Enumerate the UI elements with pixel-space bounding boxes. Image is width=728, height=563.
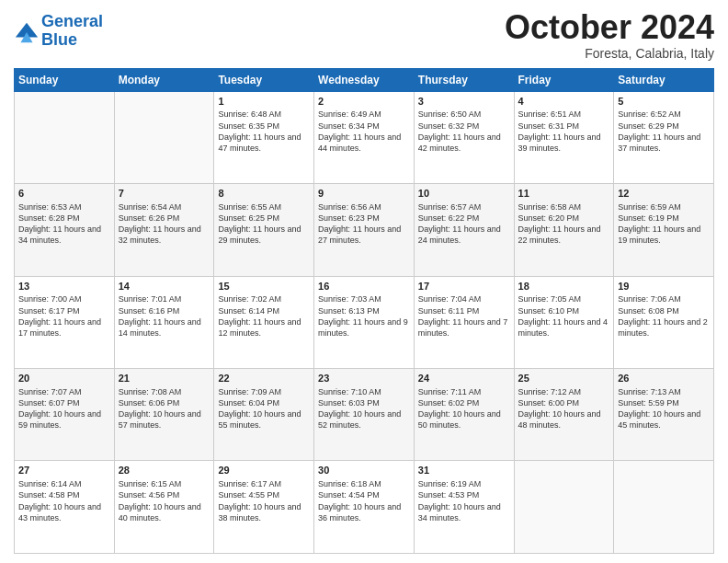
day-number: 13	[18, 280, 110, 293]
day-number: 16	[318, 280, 410, 293]
day-number: 8	[218, 187, 310, 201]
day-info: Sunrise: 6:59 AMSunset: 6:19 PMDaylight:…	[618, 201, 710, 247]
day-number: 15	[218, 280, 310, 293]
day-info: Sunrise: 6:17 AMSunset: 4:55 PMDaylight:…	[218, 478, 310, 523]
day-info: Sunrise: 7:11 AMSunset: 6:02 PMDaylight:…	[418, 386, 510, 431]
calendar-week-row-1: 1Sunrise: 6:48 AMSunset: 6:35 PMDaylight…	[15, 91, 714, 183]
calendar-cell: 23Sunrise: 7:10 AMSunset: 6:03 PMDayligh…	[314, 369, 415, 461]
calendar-cell	[614, 461, 714, 554]
col-friday: Friday	[514, 68, 614, 91]
calendar-cell	[114, 91, 214, 183]
calendar-cell: 27Sunrise: 6:14 AMSunset: 4:58 PMDayligh…	[15, 461, 115, 554]
day-number: 10	[418, 187, 510, 201]
calendar-cell: 8Sunrise: 6:55 AMSunset: 6:25 PMDaylight…	[214, 184, 314, 276]
col-monday: Monday	[114, 68, 214, 91]
calendar-cell: 11Sunrise: 6:58 AMSunset: 6:20 PMDayligh…	[514, 184, 614, 276]
day-info: Sunrise: 7:05 AMSunset: 6:10 PMDaylight:…	[518, 293, 610, 339]
page: General Blue October 2024 Foresta, Calab…	[0, 0, 728, 563]
day-number: 27	[18, 464, 110, 477]
day-number: 28	[119, 464, 210, 477]
day-info: Sunrise: 6:48 AMSunset: 6:35 PMDaylight:…	[218, 109, 310, 154]
day-info: Sunrise: 7:06 AMSunset: 6:08 PMDaylight:…	[618, 293, 710, 339]
logo-text: General Blue	[41, 13, 103, 50]
day-number: 25	[518, 372, 610, 385]
day-info: Sunrise: 6:54 AMSunset: 6:26 PMDaylight:…	[119, 201, 210, 247]
day-info: Sunrise: 6:15 AMSunset: 4:56 PMDaylight:…	[119, 478, 210, 523]
calendar-cell: 22Sunrise: 7:09 AMSunset: 6:04 PMDayligh…	[214, 369, 314, 461]
day-info: Sunrise: 7:01 AMSunset: 6:16 PMDaylight:…	[119, 293, 210, 339]
day-info: Sunrise: 6:57 AMSunset: 6:22 PMDaylight:…	[418, 201, 510, 247]
day-number: 11	[518, 187, 610, 201]
day-number: 4	[518, 95, 610, 109]
calendar-header-row: Sunday Monday Tuesday Wednesday Thursday…	[15, 68, 714, 91]
calendar-cell: 13Sunrise: 7:00 AMSunset: 6:17 PMDayligh…	[15, 276, 115, 368]
calendar-cell: 24Sunrise: 7:11 AMSunset: 6:02 PMDayligh…	[414, 369, 514, 461]
day-info: Sunrise: 7:09 AMSunset: 6:04 PMDaylight:…	[218, 386, 310, 431]
day-info: Sunrise: 6:19 AMSunset: 4:53 PMDaylight:…	[418, 478, 510, 523]
day-info: Sunrise: 6:51 AMSunset: 6:31 PMDaylight:…	[518, 109, 610, 154]
calendar-cell: 20Sunrise: 7:07 AMSunset: 6:07 PMDayligh…	[15, 369, 115, 461]
logo: General Blue	[14, 13, 103, 50]
day-info: Sunrise: 6:56 AMSunset: 6:23 PMDaylight:…	[318, 201, 410, 247]
calendar-cell: 15Sunrise: 7:02 AMSunset: 6:14 PMDayligh…	[214, 276, 314, 368]
calendar-cell: 31Sunrise: 6:19 AMSunset: 4:53 PMDayligh…	[414, 461, 514, 554]
calendar-cell	[514, 461, 614, 554]
day-info: Sunrise: 7:03 AMSunset: 6:13 PMDaylight:…	[318, 293, 410, 339]
calendar-cell	[15, 91, 115, 183]
calendar-cell: 16Sunrise: 7:03 AMSunset: 6:13 PMDayligh…	[314, 276, 415, 368]
logo-icon	[14, 18, 40, 44]
calendar-cell: 5Sunrise: 6:52 AMSunset: 6:29 PMDaylight…	[614, 91, 714, 183]
day-number: 21	[119, 372, 210, 385]
calendar-table: Sunday Monday Tuesday Wednesday Thursday…	[14, 68, 714, 554]
day-number: 12	[618, 187, 710, 201]
col-wednesday: Wednesday	[314, 68, 415, 91]
day-info: Sunrise: 7:04 AMSunset: 6:11 PMDaylight:…	[418, 293, 510, 339]
calendar-cell: 29Sunrise: 6:17 AMSunset: 4:55 PMDayligh…	[214, 461, 314, 554]
calendar-cell: 18Sunrise: 7:05 AMSunset: 6:10 PMDayligh…	[514, 276, 614, 368]
day-info: Sunrise: 6:50 AMSunset: 6:32 PMDaylight:…	[418, 109, 510, 154]
calendar-cell: 17Sunrise: 7:04 AMSunset: 6:11 PMDayligh…	[414, 276, 514, 368]
day-number: 19	[618, 280, 710, 293]
day-number: 24	[418, 372, 510, 385]
day-info: Sunrise: 7:02 AMSunset: 6:14 PMDaylight:…	[218, 293, 310, 339]
calendar-cell: 21Sunrise: 7:08 AMSunset: 6:06 PMDayligh…	[114, 369, 214, 461]
calendar-cell: 6Sunrise: 6:53 AMSunset: 6:28 PMDaylight…	[15, 184, 115, 276]
day-info: Sunrise: 6:14 AMSunset: 4:58 PMDaylight:…	[18, 478, 110, 523]
calendar-week-row-4: 20Sunrise: 7:07 AMSunset: 6:07 PMDayligh…	[15, 369, 714, 461]
month-title: October 2024	[505, 9, 714, 46]
calendar-cell: 28Sunrise: 6:15 AMSunset: 4:56 PMDayligh…	[114, 461, 214, 554]
day-number: 23	[318, 372, 410, 385]
day-info: Sunrise: 7:10 AMSunset: 6:03 PMDaylight:…	[318, 386, 410, 431]
calendar-week-row-2: 6Sunrise: 6:53 AMSunset: 6:28 PMDaylight…	[15, 184, 714, 276]
day-number: 14	[119, 280, 210, 293]
day-number: 18	[518, 280, 610, 293]
calendar-cell: 25Sunrise: 7:12 AMSunset: 6:00 PMDayligh…	[514, 369, 614, 461]
day-info: Sunrise: 7:07 AMSunset: 6:07 PMDaylight:…	[18, 386, 110, 431]
day-number: 26	[618, 372, 710, 385]
calendar-cell: 2Sunrise: 6:49 AMSunset: 6:34 PMDaylight…	[314, 91, 415, 183]
header: General Blue October 2024 Foresta, Calab…	[14, 9, 714, 61]
calendar-cell: 19Sunrise: 7:06 AMSunset: 6:08 PMDayligh…	[614, 276, 714, 368]
calendar-cell: 26Sunrise: 7:13 AMSunset: 5:59 PMDayligh…	[614, 369, 714, 461]
day-number: 31	[418, 464, 510, 477]
day-number: 5	[618, 95, 710, 109]
day-number: 2	[318, 95, 410, 109]
calendar-cell: 9Sunrise: 6:56 AMSunset: 6:23 PMDaylight…	[314, 184, 415, 276]
day-number: 9	[318, 187, 410, 201]
day-info: Sunrise: 6:53 AMSunset: 6:28 PMDaylight:…	[18, 201, 110, 247]
location-subtitle: Foresta, Calabria, Italy	[505, 46, 714, 61]
day-number: 29	[218, 464, 310, 477]
day-info: Sunrise: 6:52 AMSunset: 6:29 PMDaylight:…	[618, 109, 710, 154]
col-saturday: Saturday	[614, 68, 714, 91]
day-number: 6	[18, 187, 110, 201]
day-info: Sunrise: 6:49 AMSunset: 6:34 PMDaylight:…	[318, 109, 410, 154]
col-thursday: Thursday	[414, 68, 514, 91]
day-info: Sunrise: 6:55 AMSunset: 6:25 PMDaylight:…	[218, 201, 310, 247]
calendar-cell: 4Sunrise: 6:51 AMSunset: 6:31 PMDaylight…	[514, 91, 614, 183]
calendar-cell: 30Sunrise: 6:18 AMSunset: 4:54 PMDayligh…	[314, 461, 415, 554]
col-tuesday: Tuesday	[214, 68, 314, 91]
calendar-cell: 14Sunrise: 7:01 AMSunset: 6:16 PMDayligh…	[114, 276, 214, 368]
day-number: 1	[218, 95, 310, 109]
logo-blue: Blue	[41, 30, 77, 49]
day-info: Sunrise: 7:00 AMSunset: 6:17 PMDaylight:…	[18, 293, 110, 339]
